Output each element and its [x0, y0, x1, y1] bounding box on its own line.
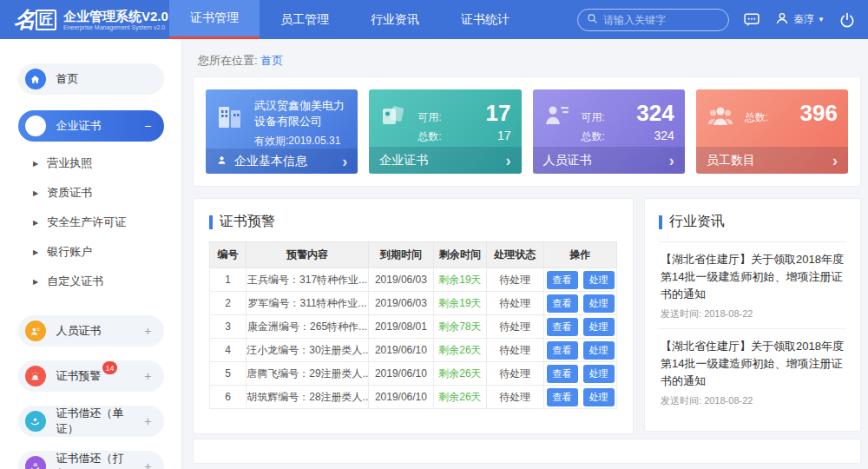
- status: 待处理: [486, 268, 543, 292]
- sidebar-subitem[interactable]: ▶ 营业执照: [0, 149, 181, 178]
- row-id: 5: [210, 362, 247, 386]
- company-info-link[interactable]: 企业基本信息 ›: [206, 149, 358, 174]
- logout-icon[interactable]: [838, 11, 856, 29]
- nav-tab[interactable]: 行业资讯: [350, 0, 440, 39]
- news-item[interactable]: 【湖北省住建厅】关于领取2018年度第14批一级建造师初始、增项注册证书的通知 …: [659, 241, 846, 328]
- view-button[interactable]: 查看: [547, 341, 578, 360]
- sidebar-item-enterprise-cert[interactable]: 企业证书 −: [18, 110, 164, 142]
- remaining-days: 剩余26天: [433, 339, 486, 362]
- warning-content: 王兵编号：317特种作业...: [247, 268, 369, 292]
- sidebar-item-cert-borrow-single[interactable]: 证书借还（单证） +: [18, 406, 164, 437]
- view-button[interactable]: 查看: [547, 294, 578, 313]
- sidebar-item-label: 证书借还（单证）: [56, 406, 145, 437]
- sidebar-item-cert-borrow-package[interactable]: 证书借还（打包） +: [18, 451, 164, 469]
- footer-panel: [193, 439, 861, 464]
- person-list-icon: [543, 98, 573, 147]
- expand-icon[interactable]: +: [144, 369, 151, 383]
- employees-link[interactable]: 员工数目 ›: [696, 147, 848, 174]
- remaining-days: 剩余26天: [433, 386, 486, 409]
- cert-warning-panel: 证书预警 编号 预警内容 到期时间 剩余时间 处理状态 操作 1 王兵编号：31: [193, 198, 634, 434]
- news-item[interactable]: 【湖北省住建厅】关于领取2018年度第14批一级建造师初始、增项注册证书的通知 …: [659, 328, 846, 415]
- row-actions: 查看处理: [543, 292, 616, 315]
- nav-tab-label: 证书管理: [190, 10, 239, 26]
- sidebar-item-cert-warning[interactable]: 证书预警14 +: [18, 360, 164, 392]
- nav-tab-label: 证书统计: [461, 12, 510, 28]
- status: 待处理: [486, 362, 543, 386]
- column-header: 处理状态: [486, 242, 543, 268]
- expand-icon[interactable]: +: [144, 324, 151, 338]
- total-label: 总数:: [745, 110, 768, 125]
- expiry-date: 2019/06/10: [368, 386, 433, 409]
- row-actions: 查看处理: [543, 268, 616, 292]
- handle-button[interactable]: 处理: [583, 271, 615, 289]
- table-row: 4 汪小龙编号：30注册类人... 2019/06/10 剩余26天 待处理 查…: [210, 339, 617, 362]
- arrow-right-icon: ▶: [33, 248, 38, 256]
- view-button[interactable]: 查看: [547, 318, 578, 336]
- total-value: 17: [497, 129, 511, 142]
- sidebar-subitem[interactable]: ▶ 银行账户: [0, 237, 181, 267]
- row-id: 2: [210, 292, 247, 315]
- remaining-days: 剩余78天: [433, 315, 486, 339]
- sidebar-item-personnel-cert[interactable]: 人员证书 +: [18, 315, 164, 347]
- table-row: 6 胡筑辉编号：28注册类人... 2019/06/10 剩余26天 待处理 查…: [210, 386, 617, 409]
- sidebar-subitem[interactable]: ▶ 自定义证书: [0, 267, 181, 296]
- status: 待处理: [486, 339, 543, 362]
- expiry-date: 2019/06/03: [368, 268, 433, 292]
- nav-tab[interactable]: 证书统计: [440, 0, 530, 39]
- handle-button[interactable]: 处理: [583, 318, 615, 336]
- sidebar-subitem-label: 资质证书: [47, 185, 92, 201]
- logo-char: 名: [14, 5, 34, 34]
- handle-button[interactable]: 处理: [583, 341, 615, 360]
- breadcrumb-home-link[interactable]: 首页: [260, 54, 283, 67]
- chevron-down-icon: ▼: [818, 16, 825, 23]
- company-validity: 有效期:2019.05.31: [254, 134, 347, 149]
- building-icon: [216, 98, 246, 149]
- main-nav: 证书管理 员工管理 行业资讯 证书统计: [169, 0, 530, 39]
- expiry-date: 2019/06/10: [368, 339, 433, 362]
- news-time: 发送时间: 2018-08-22: [661, 307, 845, 320]
- app-title: 企业管理系统V2.0: [63, 9, 168, 23]
- app-logo: 名 匠 企业管理系统V2.0 Eneerprise Management Sys…: [0, 0, 169, 39]
- nav-tab[interactable]: 员工管理: [260, 0, 350, 39]
- user-menu[interactable]: 秦淳 ▼: [774, 10, 825, 29]
- expand-icon[interactable]: +: [144, 414, 151, 428]
- home-icon: [25, 69, 46, 89]
- handle-button[interactable]: 处理: [583, 294, 615, 313]
- sidebar-item-label: 人员证书: [56, 323, 102, 339]
- view-button[interactable]: 查看: [547, 388, 578, 406]
- company-name: 武汉贸鑫伽美电力设备有限公司: [254, 98, 347, 129]
- company-card: 武汉贸鑫伽美电力设备有限公司 有效期:2019.05.31 企业基本信息 ›: [206, 89, 358, 174]
- alarm-icon: [25, 366, 46, 386]
- news-list: 【湖北省住建厅】关于领取2018年度第14批一级建造师初始、增项注册证书的通知 …: [659, 241, 846, 415]
- card-footer-label: 员工数目: [707, 153, 755, 168]
- column-header: 编号: [210, 242, 247, 268]
- search-input[interactable]: [603, 14, 707, 26]
- view-button[interactable]: 查看: [547, 271, 578, 289]
- stat-cards-panel: 武汉贸鑫伽美电力设备有限公司 有效期:2019.05.31 企业基本信息 ›: [193, 76, 861, 187]
- employees-card: 总数: 396 员工数目 ›: [696, 89, 848, 174]
- nav-tab[interactable]: 证书管理: [169, 0, 260, 39]
- title-accent-bar: [209, 215, 213, 229]
- sidebar-subitem[interactable]: ▶ 安全生产许可证: [0, 208, 181, 237]
- remaining-days: 剩余19天: [433, 268, 486, 292]
- expand-icon[interactable]: +: [144, 459, 151, 469]
- hand-borrow-icon: [25, 411, 46, 432]
- enterprise-cert-link[interactable]: 企业证书 ›: [369, 147, 521, 174]
- handle-button[interactable]: 处理: [583, 388, 615, 406]
- expiry-date: 2019/06/03: [368, 292, 433, 315]
- sidebar-subitem-label: 自定义证书: [47, 274, 103, 289]
- certificate-icon: [25, 116, 46, 136]
- collapse-icon[interactable]: −: [144, 119, 151, 133]
- personnel-cert-link[interactable]: 人员证书 ›: [533, 147, 685, 174]
- search-box[interactable]: [577, 9, 729, 31]
- person-small-icon: [216, 155, 227, 168]
- person-icon: [25, 320, 46, 341]
- message-icon[interactable]: [743, 11, 760, 29]
- logo-mark: 名 匠: [14, 5, 56, 34]
- warning-content: 胡筑辉编号：28注册类人...: [247, 386, 369, 409]
- handle-button[interactable]: 处理: [583, 365, 615, 383]
- personnel-cert-card: 可用: 324 总数: 324 人员证书 ›: [533, 89, 685, 174]
- view-button[interactable]: 查看: [547, 365, 578, 383]
- sidebar-item-home[interactable]: 首页: [18, 63, 164, 95]
- sidebar-subitem[interactable]: ▶ 资质证书: [0, 178, 181, 208]
